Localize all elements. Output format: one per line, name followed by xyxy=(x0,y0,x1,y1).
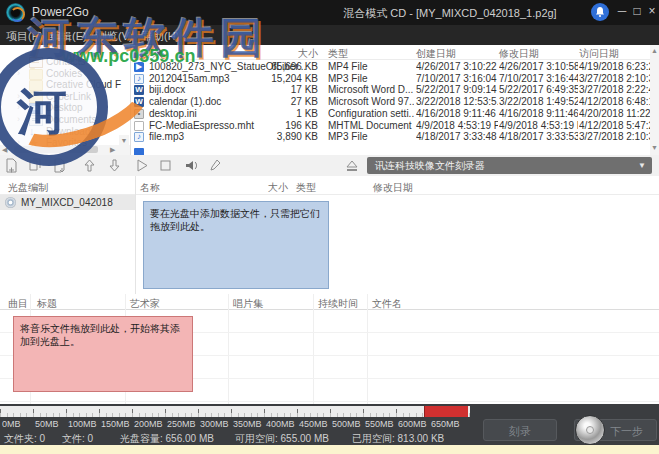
power2go-window: Power2Go 混合模式 CD - [MY_MIXCD_042018_1.p2… xyxy=(0,0,659,454)
menu-item[interactable]: 浏览(V) xyxy=(96,29,133,44)
capacity-over-limit-marker xyxy=(424,406,468,417)
tree-item[interactable]: › Contacts xyxy=(0,56,118,68)
audio-column-header[interactable]: 曲目 xyxy=(8,297,28,311)
eject-icon[interactable] xyxy=(344,158,360,173)
contacts-icon xyxy=(29,57,43,68)
capacity-ruler xyxy=(0,406,470,417)
audio-track-section: 将音乐文件拖放到此处，开始将其添加到光盘上。 曲目标题艺术家唱片集持续时间文件名 xyxy=(0,294,659,404)
header-divider xyxy=(131,59,650,60)
data-column-name[interactable]: 名称 xyxy=(140,181,160,195)
tree-item[interactable]: › ★ Favorites xyxy=(0,137,118,149)
recorder-dropdown[interactable]: 讯连科技映像文件刻录器 ▼ xyxy=(367,157,652,174)
folder-icon xyxy=(29,80,43,91)
expander-chevron-icon[interactable]: › xyxy=(17,137,20,147)
notification-bell-button[interactable] xyxy=(591,3,609,21)
favorites-star-icon: ★ xyxy=(29,138,41,147)
screenshot-bottom-strip xyxy=(0,445,659,454)
tree-item[interactable]: › Documents xyxy=(0,114,118,126)
file-row[interactable]: ♪ 20120415am.mp3 15,204 KB MP3 File 7/10… xyxy=(131,73,650,85)
burn-button[interactable]: 刻录 xyxy=(483,419,557,441)
recorder-dropdown-value: 讯连科技映像文件刻录器 xyxy=(375,160,485,171)
audio-column-header[interactable]: 唱片集 xyxy=(233,297,263,311)
status-bar: 0MB50MB100MB150MB200MB250MB300MB350MB400… xyxy=(0,404,659,445)
disc-compilation-label: MY_MIXCD_042018 xyxy=(21,197,113,208)
power2go-logo-icon xyxy=(6,3,25,22)
file-row[interactable]: W biji.docx 17 KB Microsoft Word D... 5/… xyxy=(131,84,650,96)
ruler-label: 150MB xyxy=(101,419,130,429)
play-button[interactable] xyxy=(134,158,150,173)
file-list: 名称 大小 类型 创建日期 修改日期 访问日期 ▶ 100820_273_NYC… xyxy=(131,45,650,155)
grid-line xyxy=(228,294,229,404)
file-row[interactable]: ▶ 100820_273_NYC_StatueOfLiber... 65,696… xyxy=(131,61,650,73)
tree-item[interactable]: › Creative Cloud F xyxy=(0,79,118,91)
expander-chevron-icon[interactable]: › xyxy=(17,114,20,124)
close-button[interactable]: × xyxy=(645,4,659,18)
menu-item[interactable]: 编辑(E) xyxy=(50,29,87,44)
add-folder-button[interactable] xyxy=(52,158,68,173)
tree-item[interactable]: › ↓ Downloads xyxy=(0,126,118,138)
ruler-label: 0MB xyxy=(2,419,21,429)
tree-item[interactable]: › CyberLink xyxy=(0,91,118,103)
tree-item[interactable]: › Cookies xyxy=(0,68,118,80)
data-column-type[interactable]: 类型 xyxy=(296,181,316,195)
mp4-file-icon: ▶ xyxy=(134,62,144,72)
volume-button[interactable] xyxy=(184,158,200,173)
compilation-header[interactable]: 光盘编制 xyxy=(8,181,48,195)
ruler-label: 200MB xyxy=(134,419,163,429)
expander-chevron-icon[interactable]: › xyxy=(17,91,20,101)
audio-column-header[interactable]: 标题 xyxy=(37,297,57,311)
move-down-button[interactable] xyxy=(107,158,123,173)
scroll-down-icon[interactable]: ▼ xyxy=(650,144,659,151)
ruler-label: 300MB xyxy=(200,419,229,429)
expander-chevron-icon[interactable]: › xyxy=(17,68,20,78)
file-row-partial[interactable] xyxy=(131,147,650,155)
folder-tree: ▼ ◀ ▶ › Contacts › Cookies › Creative Cl… xyxy=(0,45,131,155)
ruler-label: 350MB xyxy=(233,419,262,429)
ruler-label: 50MB xyxy=(35,419,59,429)
data-column-size[interactable]: 大小 xyxy=(268,181,288,195)
minimize-button[interactable]: ─ xyxy=(615,4,629,18)
file-list-vertical-scrollbar[interactable]: ▲ ▼ xyxy=(650,45,659,155)
disc-icon xyxy=(5,197,16,208)
maximize-button[interactable]: □ xyxy=(630,4,644,18)
add-file-button[interactable] xyxy=(4,158,20,173)
ruler-label: 550MB xyxy=(365,419,394,429)
data-disc-section: 光盘编制 名称 大小 类型 修改日期 MY_MIXCD_042018 要在光盘中… xyxy=(0,176,659,295)
audio-column-header[interactable]: 艺术家 xyxy=(130,297,160,311)
audio-column-header[interactable]: 文件名 xyxy=(372,297,402,311)
status-item: 已用空间: 813.00 KB xyxy=(352,432,444,446)
audio-column-header[interactable]: 持续时间 xyxy=(318,297,358,311)
file-row[interactable]: ♪ file.mp3 3,890 KB MP3 File 4/18/2017 3… xyxy=(131,131,650,143)
download-arrow-icon: ↓ xyxy=(29,127,41,136)
audio-drop-zone[interactable]: 将音乐文件拖放到此处，开始将其添加到光盘上。 xyxy=(13,316,193,392)
ruler-label: 400MB xyxy=(266,419,295,429)
tree-item[interactable]: › Desktop xyxy=(0,102,118,114)
disc-compilation-item[interactable]: MY_MIXCD_042018 xyxy=(0,195,135,210)
file-browser-pane: ▼ ◀ ▶ › Contacts › Cookies › Creative Cl… xyxy=(0,45,659,155)
ruler-label: 650MB xyxy=(431,419,460,429)
menu-item[interactable]: 项目(P) xyxy=(6,29,43,44)
ruler-label: 100MB xyxy=(68,419,97,429)
data-drop-zone[interactable]: 要在光盘中添加数据文件，只需把它们拖放到此处。 xyxy=(143,201,329,289)
mp3-file-icon: ♪ xyxy=(134,132,144,142)
folder-icon xyxy=(29,69,43,80)
ruler-label: 500MB xyxy=(332,419,361,429)
add-files-button[interactable] xyxy=(28,158,44,173)
folder-icon xyxy=(29,92,43,103)
menu-item[interactable]: 帮助(H) xyxy=(142,29,179,44)
scroll-up-icon[interactable]: ▲ xyxy=(650,47,659,54)
move-up-button[interactable] xyxy=(82,158,98,173)
file-row[interactable]: FC-MediaEspresso.mht 196 KB MHTML Docume… xyxy=(131,120,650,132)
stop-button[interactable] xyxy=(158,158,174,173)
desktop-icon xyxy=(29,103,43,114)
file-row[interactable]: • desktop.ini 1 KB Configuration setti..… xyxy=(131,108,650,120)
expander-chevron-icon[interactable]: › xyxy=(17,102,20,112)
panel-splitter[interactable] xyxy=(135,176,136,294)
menu-bar: 项目(P)编辑(E)浏览(V)帮助(H) xyxy=(0,25,659,46)
word-file-icon: W xyxy=(134,85,144,95)
title-bar: Power2Go 混合模式 CD - [MY_MIXCD_042018_1.p2… xyxy=(0,0,659,25)
data-column-modified[interactable]: 修改日期 xyxy=(373,181,413,195)
disc-icon[interactable] xyxy=(575,415,605,445)
edit-button[interactable] xyxy=(208,158,224,173)
file-row[interactable]: W calendar (1).doc 27 KB Microsoft Word … xyxy=(131,96,650,108)
